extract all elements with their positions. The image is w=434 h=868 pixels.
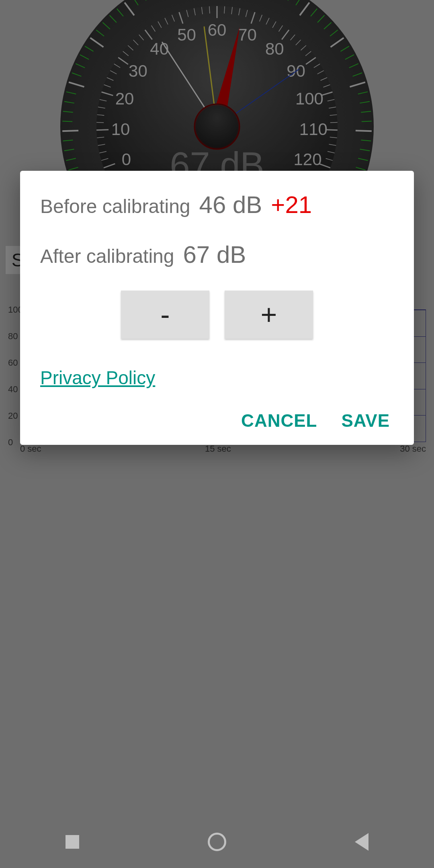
android-navbar bbox=[0, 816, 434, 868]
calibration-dialog: Before calibrating 46 dB +21 After calib… bbox=[20, 171, 414, 445]
back-button[interactable] bbox=[351, 831, 373, 853]
before-value: 46 dB bbox=[199, 191, 262, 219]
recents-button[interactable] bbox=[61, 831, 84, 853]
decrement-button[interactable]: - bbox=[121, 291, 209, 339]
before-label: Before calibrating bbox=[40, 195, 190, 217]
cancel-button[interactable]: CANCEL bbox=[241, 411, 317, 431]
calibration-offset: +21 bbox=[271, 191, 312, 219]
privacy-policy-link[interactable]: Privacy Policy bbox=[40, 367, 155, 388]
increment-button[interactable]: + bbox=[225, 291, 313, 339]
home-button[interactable] bbox=[206, 831, 228, 853]
save-button[interactable]: SAVE bbox=[341, 411, 390, 431]
after-label: After calibrating bbox=[40, 245, 174, 267]
after-value: 67 dB bbox=[183, 241, 246, 268]
